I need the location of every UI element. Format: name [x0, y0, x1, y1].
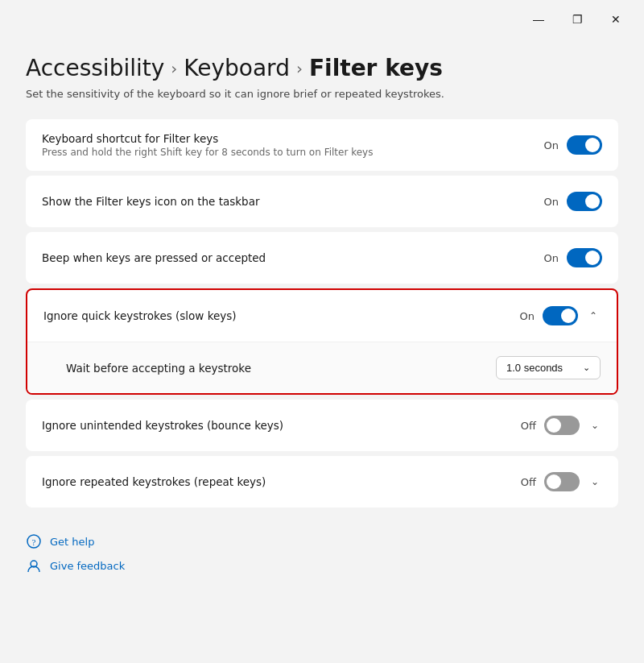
breadcrumb-sep-1: › — [171, 59, 177, 78]
page-description: Set the sensitivity of the keyboard so i… — [26, 88, 618, 100]
setting-info-slow-keys: Ignore quick keystrokes (slow keys) — [43, 309, 520, 322]
setting-card-keyboard-shortcut: Keyboard shortcut for Filter keysPress a… — [26, 119, 618, 171]
sub-row-slow-keys: Wait before accepting a keystroke1.0 sec… — [27, 342, 617, 393]
setting-info-keyboard-shortcut: Keyboard shortcut for Filter keysPress a… — [42, 132, 544, 158]
toggle-label-repeat-keys: Off — [521, 476, 536, 488]
chevron-down-icon: ⌄ — [591, 476, 599, 487]
toggle-label-beep-keys: On — [544, 252, 559, 264]
setting-row-slow-keys: Ignore quick keystrokes (slow keys)On⌃ — [27, 290, 617, 342]
chevron-slow-keys[interactable]: ⌃ — [586, 307, 601, 325]
title-bar: — ❐ ✕ — [0, 0, 644, 39]
setting-title-slow-keys: Ignore quick keystrokes (slow keys) — [43, 309, 520, 322]
setting-info-beep-keys: Beep when keys are pressed or accepted — [42, 251, 544, 264]
toggle-slider-bounce-keys — [544, 416, 580, 435]
setting-controls-bounce-keys: Off⌄ — [521, 416, 602, 435]
setting-card-slow-keys: Ignore quick keystrokes (slow keys)On⌃Wa… — [26, 288, 618, 395]
setting-card-bounce-keys: Ignore unintended keystrokes (bounce key… — [26, 400, 618, 451]
setting-card-repeat-keys: Ignore repeated keystrokes (repeat keys)… — [26, 456, 618, 508]
setting-row-beep-keys: Beep when keys are pressed or acceptedOn — [26, 232, 618, 284]
toggle-show-icon[interactable] — [567, 192, 602, 211]
footer-links: ? Get help Give feedback — [26, 533, 618, 574]
setting-controls-beep-keys: On — [544, 248, 602, 267]
setting-subtitle-keyboard-shortcut: Press and hold the right Shift key for 8… — [42, 147, 544, 158]
toggle-slider-show-icon — [567, 192, 602, 211]
toggle-repeat-keys[interactable] — [544, 472, 580, 491]
dropdown-slow-keys[interactable]: 1.0 seconds⌄ — [496, 356, 601, 379]
toggle-slow-keys[interactable] — [543, 306, 578, 325]
toggle-label-show-icon: On — [544, 196, 559, 208]
toggle-label-keyboard-shortcut: On — [544, 139, 559, 151]
chevron-repeat-keys[interactable]: ⌄ — [588, 473, 602, 491]
sub-label-slow-keys: Wait before accepting a keystroke — [66, 362, 251, 375]
setting-row-bounce-keys: Ignore unintended keystrokes (bounce key… — [26, 400, 618, 451]
feedback-icon — [26, 557, 42, 574]
get-help-link[interactable]: ? Get help — [26, 533, 618, 549]
setting-row-keyboard-shortcut: Keyboard shortcut for Filter keysPress a… — [26, 119, 618, 171]
setting-row-show-icon: Show the Filter keys icon on the taskbar… — [26, 176, 618, 227]
setting-info-show-icon: Show the Filter keys icon on the taskbar — [42, 195, 544, 208]
toggle-bounce-keys[interactable] — [544, 416, 580, 435]
setting-title-beep-keys: Beep when keys are pressed or accepted — [42, 251, 544, 264]
breadcrumb-keyboard[interactable]: Keyboard — [184, 55, 290, 81]
give-feedback-label: Give feedback — [50, 560, 125, 572]
dropdown-arrow-icon: ⌄ — [583, 363, 590, 373]
setting-info-repeat-keys: Ignore repeated keystrokes (repeat keys) — [42, 475, 521, 488]
setting-title-show-icon: Show the Filter keys icon on the taskbar — [42, 195, 544, 208]
toggle-slider-keyboard-shortcut — [567, 135, 602, 155]
setting-title-repeat-keys: Ignore repeated keystrokes (repeat keys) — [42, 475, 521, 488]
setting-row-repeat-keys: Ignore repeated keystrokes (repeat keys)… — [26, 456, 618, 508]
setting-controls-slow-keys: On⌃ — [520, 306, 601, 325]
restore-button[interactable]: ❐ — [559, 6, 596, 32]
setting-controls-show-icon: On — [544, 192, 602, 211]
minimize-button[interactable]: — — [520, 6, 557, 32]
dropdown-value-slow-keys: 1.0 seconds — [506, 362, 563, 374]
setting-title-bounce-keys: Ignore unintended keystrokes (bounce key… — [42, 419, 521, 432]
toggle-label-bounce-keys: Off — [521, 420, 536, 432]
setting-card-beep-keys: Beep when keys are pressed or acceptedOn — [26, 232, 618, 284]
main-content: Accessibility › Keyboard › Filter keys S… — [0, 39, 644, 663]
setting-title-keyboard-shortcut: Keyboard shortcut for Filter keys — [42, 132, 544, 145]
setting-controls-repeat-keys: Off⌄ — [521, 472, 602, 491]
toggle-label-slow-keys: On — [520, 310, 535, 322]
chevron-down-icon: ⌄ — [591, 420, 599, 431]
svg-text:?: ? — [32, 537, 36, 547]
breadcrumb-current: Filter keys — [309, 55, 443, 81]
toggle-slider-repeat-keys — [544, 472, 580, 491]
setting-info-bounce-keys: Ignore unintended keystrokes (bounce key… — [42, 419, 521, 432]
give-feedback-link[interactable]: Give feedback — [26, 557, 618, 574]
chevron-up-icon: ⌃ — [589, 310, 597, 321]
setting-card-show-icon: Show the Filter keys icon on the taskbar… — [26, 176, 618, 227]
toggle-beep-keys[interactable] — [567, 248, 602, 267]
toggle-slider-beep-keys — [567, 248, 602, 267]
help-icon: ? — [26, 533, 42, 549]
close-button[interactable]: ✕ — [597, 6, 634, 32]
breadcrumb: Accessibility › Keyboard › Filter keys — [26, 55, 618, 81]
breadcrumb-sep-2: › — [296, 59, 303, 78]
breadcrumb-accessibility[interactable]: Accessibility — [26, 55, 164, 81]
get-help-label: Get help — [50, 536, 94, 548]
settings-list: Keyboard shortcut for Filter keysPress a… — [26, 119, 618, 508]
chevron-bounce-keys[interactable]: ⌄ — [588, 416, 602, 434]
toggle-keyboard-shortcut[interactable] — [567, 135, 602, 155]
toggle-slider-slow-keys — [543, 306, 578, 325]
setting-controls-keyboard-shortcut: On — [544, 135, 602, 155]
